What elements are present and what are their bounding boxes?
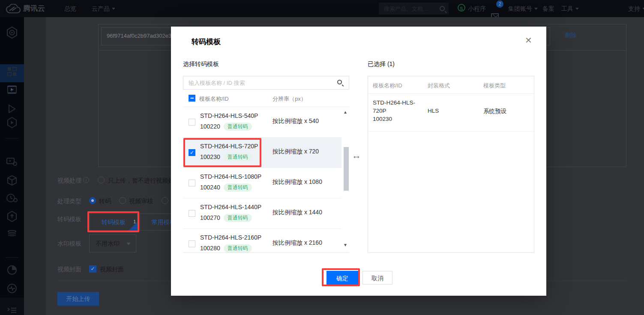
top-navbar: 腾讯云 总览 云产品 S 小程序 2 集团账号 备案 工具 支持 xyxy=(0,0,644,17)
file-id-text: 96f9714af0c2b97ad302e37 xyxy=(107,33,174,39)
dialog-title: 转码模板 xyxy=(192,37,221,47)
third-type-radio[interactable] xyxy=(162,197,168,204)
nav-beian[interactable]: 备案 xyxy=(542,0,554,17)
header-divider xyxy=(368,93,534,94)
vod-logo-icon[interactable] xyxy=(0,27,24,41)
tencent-cloud-logo-icon[interactable] xyxy=(6,4,21,14)
confirm-button[interactable]: 确定 xyxy=(326,271,358,285)
watermark-value: 不用水印 xyxy=(96,240,120,248)
video-play-icon[interactable] xyxy=(0,69,24,83)
cover-checkbox-label: 视频封面 xyxy=(100,266,124,273)
caret-down-icon xyxy=(534,8,538,10)
transcode-template-button[interactable]: 转码模板 1 xyxy=(90,213,138,231)
transcode-radio[interactable] xyxy=(89,197,96,204)
caret-down-icon xyxy=(642,8,644,10)
selected-templates-panel: 模板名称/ID 封装格式 模板类型 STD-H264-HLS-720P 1002… xyxy=(368,76,534,253)
video-process-label: 视频处理 xyxy=(57,177,81,185)
transcode-type-tag: 普通转码 xyxy=(224,123,252,131)
template-row[interactable]: STD-H264-HLS-540P 100220普通转码 按比例缩放 x 540 xyxy=(183,107,341,138)
col-format: 封装格式 xyxy=(428,82,450,90)
swap-arrow-icon: ↔ xyxy=(352,150,361,161)
select-all-checkbox[interactable]: ━ xyxy=(189,95,195,102)
template-row[interactable]: STD-H264-HLS-1080P 100240普通转码 按比例缩放 x 10… xyxy=(183,168,341,198)
cancel-button[interactable]: 取消 xyxy=(362,271,392,285)
brand-name[interactable]: 腾讯云 xyxy=(23,0,45,17)
watermark-label: 水印模板 xyxy=(57,240,81,248)
video-review-radio[interactable] xyxy=(119,197,126,204)
close-icon[interactable]: ✕ xyxy=(525,35,532,45)
row-checkbox[interactable] xyxy=(189,119,195,126)
badge-count: 1 xyxy=(133,214,136,230)
col-template-type: 模板类型 xyxy=(483,82,506,90)
transcode-type-tag: 普通转码 xyxy=(224,183,252,192)
pulse-icon[interactable] xyxy=(0,283,24,298)
template-row-selected[interactable]: ✓ STD-H264-HLS-720P 100230普通转码 按比例缩放 x 7… xyxy=(183,138,341,168)
pie-chart-icon[interactable] xyxy=(0,265,24,279)
nav-cloud-products[interactable]: 云产品 xyxy=(92,0,115,17)
video-settings-icon[interactable] xyxy=(0,157,24,172)
search-icon[interactable] xyxy=(337,80,342,84)
row-divider xyxy=(368,131,534,132)
template-row[interactable]: STD-H264-HLS-1440P 100270普通转码 按比例缩放 x 14… xyxy=(183,198,341,229)
transcode-template-dialog: 转码模板 ✕ 选择转码模板 已选择 (1) ━ 模板名称/ID 分辨率（px） … xyxy=(171,27,546,296)
video-review-label: 视频审核 xyxy=(129,198,153,205)
template-list: STD-H264-HLS-540P 100220普通转码 按比例缩放 x 540… xyxy=(183,107,349,253)
row-checkbox[interactable] xyxy=(189,240,195,247)
search-icon[interactable] xyxy=(440,6,445,11)
list-header: ━ 模板名称/ID 分辨率（px） xyxy=(183,90,349,107)
page-gutter xyxy=(24,17,46,315)
screen: 腾讯云 总览 云产品 S 小程序 2 集团账号 备案 工具 支持 xyxy=(0,0,644,315)
transcode-template-label: 转码模板 xyxy=(57,216,81,223)
miniprogram-icon[interactable]: S xyxy=(458,4,465,12)
sidebar-footer xyxy=(0,298,24,315)
col-resolution: 分辨率（px） xyxy=(273,95,306,103)
play-outline-icon[interactable] xyxy=(0,104,24,119)
upload-only-label: 只上传，暂不进行视频处理 xyxy=(108,177,171,185)
process-type-label: 处理类型 xyxy=(57,198,81,205)
delete-link[interactable]: 删除 xyxy=(565,32,577,39)
clock-gear-icon[interactable] xyxy=(0,193,24,208)
template-search-input[interactable] xyxy=(183,76,349,90)
mail-badge: 2 xyxy=(496,0,503,8)
col-template-name: 模板名称/ID xyxy=(199,95,229,103)
collapse-icon[interactable] xyxy=(7,307,17,313)
template-row[interactable]: STD-H264-HLS-2160P 100280普通转码 按比例缩放 x 21… xyxy=(183,229,341,253)
cover-checkbox[interactable]: ✓ xyxy=(89,265,96,273)
nav-group-account[interactable]: 集团账号 xyxy=(508,0,538,17)
cover-label: 视频封面 xyxy=(57,266,81,273)
selected-template-name: STD-H264-HLS-720P 100230 xyxy=(373,99,423,123)
col-template-name: 模板名称/ID xyxy=(373,82,402,90)
transcode-type-tag: 普通转码 xyxy=(224,244,252,252)
selected-count-label: 已选择 (1) xyxy=(368,60,395,68)
row-checkbox[interactable] xyxy=(189,210,195,217)
transcode-type-tag: 普通转码 xyxy=(224,214,252,222)
hexagon-upload-icon[interactable] xyxy=(0,211,24,225)
upload-only-radio[interactable] xyxy=(98,177,105,183)
navbar-search-input[interactable] xyxy=(379,3,449,15)
nav-support[interactable]: 支持 xyxy=(628,0,644,17)
caret-down-icon xyxy=(126,243,131,245)
scroll-down-icon[interactable]: ▼ xyxy=(343,243,347,247)
caret-down-icon xyxy=(575,8,579,10)
transcode-type-tag: 普通转码 xyxy=(224,153,252,161)
row-checkbox-checked[interactable]: ✓ xyxy=(189,149,195,156)
selected-template-type: 系统预设 xyxy=(483,108,506,115)
envelope-check-icon[interactable] xyxy=(0,86,24,101)
layers-icon[interactable] xyxy=(0,228,24,243)
scroll-up-icon[interactable]: ▲ xyxy=(343,110,347,114)
hexagon-play-icon[interactable] xyxy=(0,117,24,132)
scrollbar-thumb[interactable] xyxy=(344,147,349,191)
watermark-select[interactable]: 不用水印 xyxy=(89,234,136,252)
box-icon[interactable] xyxy=(0,175,24,190)
info-icon[interactable]: i xyxy=(83,177,89,183)
start-upload-button[interactable]: 开始上传 xyxy=(57,292,99,306)
nav-miniprogram[interactable]: 小程序 xyxy=(468,0,486,17)
row-checkbox[interactable] xyxy=(189,180,195,186)
selected-template-format: HLS xyxy=(428,108,439,114)
nav-tools[interactable]: 工具 xyxy=(561,0,579,17)
select-template-label: 选择转码模板 xyxy=(183,60,219,68)
nav-overview[interactable]: 总览 xyxy=(64,0,76,17)
sidebar-divider xyxy=(6,138,18,138)
transcode-radio-label: 转码 xyxy=(99,198,111,205)
sidebar-divider xyxy=(6,257,18,258)
